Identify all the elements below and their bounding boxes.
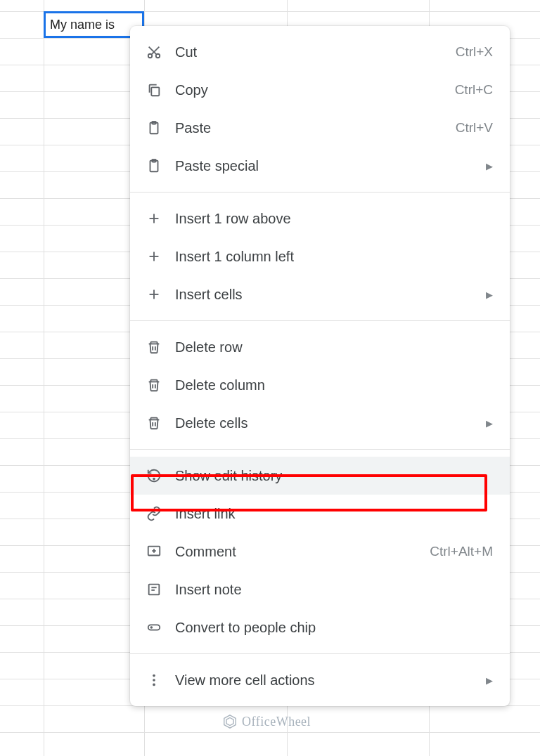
- svg-point-0: [148, 54, 153, 58]
- menu-insert-link[interactable]: Insert link: [130, 495, 510, 533]
- menu-convert-people-chip[interactable]: Convert to people chip: [130, 608, 510, 646]
- menu-label: Insert cells: [175, 287, 479, 303]
- menu-label: Insert 1 row above: [175, 211, 493, 227]
- note-icon: [146, 581, 162, 598]
- people-chip-icon: [146, 619, 162, 636]
- menu-label: Comment: [175, 544, 430, 560]
- menu-shortcut: Ctrl+X: [456, 44, 493, 60]
- menu-show-edit-history[interactable]: Show edit history: [130, 457, 510, 495]
- menu-delete-cells[interactable]: Delete cells ▶: [130, 404, 510, 442]
- trash-icon: [146, 377, 162, 393]
- menu-label: Delete cells: [175, 415, 479, 431]
- cut-icon: [146, 44, 162, 60]
- context-menu: Cut Ctrl+X Copy Ctrl+C Paste Ctrl+V: [130, 26, 510, 706]
- menu-label: Paste special: [175, 158, 479, 174]
- submenu-arrow-icon: ▶: [486, 161, 493, 171]
- trash-icon: [146, 339, 162, 356]
- plus-icon: [146, 210, 162, 227]
- menu-divider: [130, 449, 510, 450]
- menu-label: Insert link: [175, 506, 493, 522]
- menu-label: Delete column: [175, 377, 493, 393]
- comment-icon: [146, 543, 162, 560]
- svg-rect-4: [151, 87, 159, 96]
- menu-insert-note[interactable]: Insert note: [130, 571, 510, 608]
- menu-insert-row-above[interactable]: Insert 1 row above: [130, 200, 510, 237]
- plus-icon: [146, 286, 162, 303]
- menu-paste-special[interactable]: Paste special ▶: [130, 147, 510, 185]
- menu-shortcut: Ctrl+V: [456, 120, 493, 136]
- menu-label: Show edit history: [175, 468, 493, 484]
- svg-point-29: [150, 626, 153, 629]
- selected-cell[interactable]: My name is: [44, 11, 144, 38]
- cell-value: My name is: [50, 18, 115, 32]
- submenu-arrow-icon: ▶: [486, 289, 493, 300]
- menu-label: View more cell actions: [175, 672, 479, 689]
- menu-label: Paste: [175, 120, 456, 136]
- link-icon: [146, 505, 162, 522]
- menu-divider: [130, 192, 510, 193]
- menu-cut[interactable]: Cut Ctrl+X: [130, 33, 510, 71]
- menu-label: Convert to people chip: [175, 620, 493, 636]
- svg-point-32: [153, 684, 155, 686]
- svg-point-21: [153, 478, 155, 481]
- svg-marker-34: [226, 718, 233, 726]
- menu-delete-row[interactable]: Delete row: [130, 328, 510, 366]
- more-vertical-icon: [146, 672, 162, 689]
- menu-label: Cut: [175, 44, 456, 60]
- paste-special-icon: [146, 157, 162, 174]
- menu-label: Insert 1 column left: [175, 249, 493, 265]
- watermark: OfficeWheel: [222, 714, 311, 729]
- menu-divider: [130, 653, 510, 654]
- svg-rect-28: [148, 625, 160, 630]
- plus-icon: [146, 248, 162, 265]
- submenu-arrow-icon: ▶: [486, 675, 493, 686]
- menu-label: Copy: [175, 82, 455, 98]
- menu-insert-cells[interactable]: Insert cells ▶: [130, 275, 510, 313]
- paste-icon: [146, 119, 162, 136]
- menu-delete-column[interactable]: Delete column: [130, 366, 510, 404]
- menu-label: Insert note: [175, 582, 493, 598]
- menu-comment[interactable]: Comment Ctrl+Alt+M: [130, 533, 510, 571]
- trash-icon: [146, 415, 162, 431]
- menu-shortcut: Ctrl+Alt+M: [430, 544, 493, 559]
- hexagon-icon: [222, 714, 238, 729]
- history-icon: [146, 467, 162, 484]
- submenu-arrow-icon: ▶: [486, 418, 493, 429]
- menu-shortcut: Ctrl+C: [455, 82, 493, 98]
- svg-point-1: [156, 54, 160, 58]
- svg-point-31: [153, 679, 155, 682]
- menu-label: Delete row: [175, 339, 493, 356]
- menu-insert-column-left[interactable]: Insert 1 column left: [130, 237, 510, 275]
- svg-marker-33: [224, 715, 236, 728]
- copy-icon: [146, 82, 162, 98]
- watermark-text: OfficeWheel: [242, 715, 311, 729]
- svg-point-30: [153, 674, 155, 677]
- menu-paste[interactable]: Paste Ctrl+V: [130, 109, 510, 147]
- menu-divider: [130, 320, 510, 321]
- menu-copy[interactable]: Copy Ctrl+C: [130, 71, 510, 109]
- menu-view-more-cell-actions[interactable]: View more cell actions ▶: [130, 661, 510, 699]
